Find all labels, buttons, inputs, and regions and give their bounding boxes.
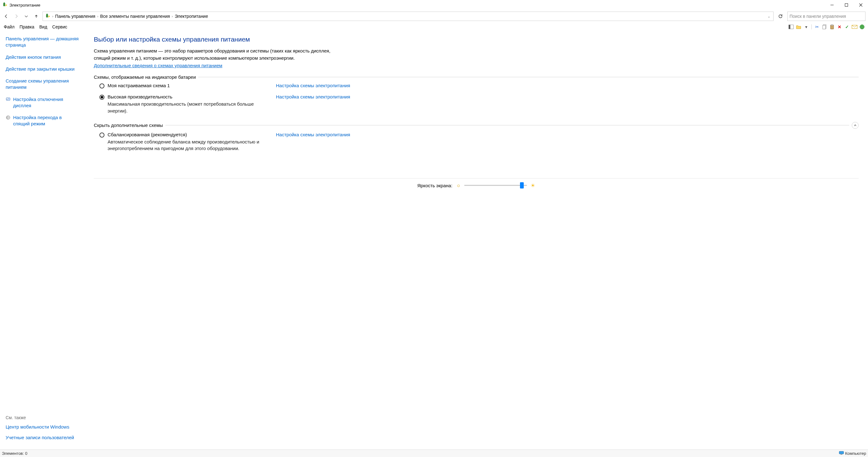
- back-button[interactable]: [2, 12, 10, 20]
- maximize-button[interactable]: [839, 0, 854, 10]
- menubar: Файл Правка Вид Сервис ▾ ✂ ✕ ✓: [0, 23, 868, 31]
- status-item-count: Элементов: 0: [2, 451, 27, 456]
- sidebar-link-lid-action[interactable]: Действие при закрытии крышки: [6, 66, 79, 72]
- svg-rect-0: [3, 3, 5, 6]
- slider-thumb[interactable]: [520, 182, 524, 189]
- status-location: Компьютер: [845, 451, 866, 456]
- mail-icon[interactable]: [852, 24, 857, 30]
- sidebar-link-sleep[interactable]: Настройка перехода в спящий режим: [6, 115, 79, 127]
- cut-icon[interactable]: ✂: [814, 24, 820, 30]
- svg-rect-1: [4, 2, 5, 3]
- sidebar-link-create-plan[interactable]: Создание схемы управления питанием: [6, 78, 79, 91]
- navbar: › Панель управления › Все элементы панел…: [0, 10, 868, 23]
- intro-text: Схема управления питанием — это набор па…: [94, 47, 341, 62]
- breadcrumb-sep-icon[interactable]: ›: [97, 15, 98, 18]
- plan-name: Сбалансированная (рекомендуется): [107, 132, 273, 137]
- delete-icon[interactable]: ✕: [837, 24, 842, 30]
- learn-more-link[interactable]: Дополнительные сведения о схемах управле…: [94, 63, 222, 68]
- page-heading: Выбор или настройка схемы управления пит…: [94, 36, 859, 43]
- divider: [165, 125, 849, 125]
- radio-plan-custom1[interactable]: [99, 84, 104, 89]
- copy-icon[interactable]: [822, 24, 827, 30]
- refresh-button[interactable]: [776, 12, 785, 21]
- forward-button[interactable]: [12, 12, 20, 20]
- menu-view[interactable]: Вид: [37, 24, 50, 30]
- breadcrumb-item[interactable]: Панель управления: [55, 14, 95, 19]
- sidebar-link-display-off[interactable]: Настройка отключения дисплея: [6, 96, 79, 109]
- plan-settings-link[interactable]: Настройка схемы электропитания: [276, 132, 350, 137]
- window-title: Электропитание: [9, 3, 40, 7]
- monitor-clock-icon: [6, 97, 11, 102]
- toolbar-icons: ▾ ✂ ✕ ✓: [788, 24, 867, 30]
- svg-rect-9: [789, 25, 790, 29]
- check-icon[interactable]: ✓: [844, 24, 850, 30]
- menu-file[interactable]: Файл: [1, 24, 17, 30]
- divider: [94, 178, 859, 178]
- close-button[interactable]: [854, 0, 868, 10]
- plan-row-balanced: Сбалансированная (рекомендуется) Автомат…: [99, 132, 350, 152]
- panel-icon[interactable]: [788, 24, 794, 30]
- svg-rect-7: [46, 14, 48, 14]
- plan-desc: Максимальная производительность (может п…: [107, 101, 273, 115]
- app-icon: [2, 2, 7, 8]
- sidebar-link-power-buttons[interactable]: Действия кнопок питания: [6, 54, 79, 60]
- menu-service[interactable]: Сервис: [50, 24, 70, 30]
- main-content: Выбор или настройка схемы управления пит…: [85, 31, 868, 450]
- globe-icon[interactable]: [859, 24, 865, 30]
- sidebar-home-link[interactable]: Панель управления — домашняя страница: [6, 36, 79, 48]
- plan-name: Моя настраиваемая схема 1: [107, 83, 273, 88]
- radio-plan-high-perf[interactable]: [99, 95, 104, 100]
- minimize-button[interactable]: [825, 0, 839, 10]
- folder-icon[interactable]: [796, 24, 801, 30]
- address-icon: [45, 13, 50, 19]
- sun-dim-icon: ☼: [456, 183, 461, 188]
- plan-row-high-perf: Высокая производительность Максимальная …: [99, 94, 350, 115]
- address-dropdown[interactable]: ⌄: [766, 15, 771, 18]
- breadcrumb-sep-icon[interactable]: ›: [52, 15, 53, 18]
- group-battery-label: Схемы, отображаемые на индикаторе батаре…: [94, 74, 196, 80]
- breadcrumb-item[interactable]: Электропитание: [175, 14, 208, 19]
- plan-row-custom1: Моя настраиваемая схема 1 Настройка схем…: [99, 83, 350, 89]
- sun-bright-icon: ☀: [531, 183, 535, 189]
- address-bar[interactable]: › Панель управления › Все элементы панел…: [42, 11, 774, 21]
- brightness-slider[interactable]: [464, 182, 527, 189]
- paste-icon[interactable]: [829, 24, 835, 30]
- svg-rect-13: [831, 25, 833, 26]
- up-button[interactable]: [33, 12, 40, 20]
- titlebar: Электропитание: [0, 0, 868, 10]
- plan-settings-link[interactable]: Настройка схемы электропитания: [276, 94, 350, 99]
- svg-rect-19: [839, 451, 844, 454]
- svg-rect-20: [840, 454, 842, 455]
- menu-edit[interactable]: Правка: [17, 24, 37, 30]
- divider: [198, 77, 859, 77]
- collapse-group-button[interactable]: [852, 122, 859, 129]
- moon-icon: [6, 115, 11, 120]
- breadcrumb-item[interactable]: Все элементы панели управления: [100, 14, 170, 19]
- svg-point-17: [6, 98, 8, 100]
- see-also-heading: См. также: [6, 415, 79, 420]
- sidebar: Панель управления — домашняя страница Де…: [0, 31, 85, 450]
- see-also-mobility-center[interactable]: Центр мобильности Windows: [6, 424, 79, 430]
- search-input[interactable]: [789, 14, 863, 19]
- radio-plan-balanced[interactable]: [99, 133, 104, 137]
- see-also-user-accounts[interactable]: Учетные записи пользователей: [6, 434, 79, 441]
- svg-rect-6: [46, 14, 48, 18]
- computer-icon: [839, 451, 845, 456]
- svg-rect-11: [823, 25, 826, 29]
- plan-settings-link[interactable]: Настройка схемы электропитания: [276, 83, 350, 88]
- svg-rect-3: [845, 4, 848, 6]
- statusbar: Элементов: 0 Компьютер: [0, 450, 868, 457]
- brightness-control: Яркость экрана: ☼ ☀: [94, 182, 859, 194]
- dropdown-icon[interactable]: ▾: [803, 24, 809, 30]
- brightness-label: Яркость экрана:: [417, 183, 453, 188]
- group-extra-label: Скрыть дополнительные схемы: [94, 123, 163, 128]
- plan-name: Высокая производительность: [107, 94, 273, 99]
- plan-desc: Автоматическое соблюдение баланса между …: [107, 138, 273, 152]
- recent-dropdown[interactable]: [23, 12, 30, 20]
- breadcrumb-sep-icon[interactable]: ›: [172, 15, 173, 18]
- search-box[interactable]: [787, 11, 866, 21]
